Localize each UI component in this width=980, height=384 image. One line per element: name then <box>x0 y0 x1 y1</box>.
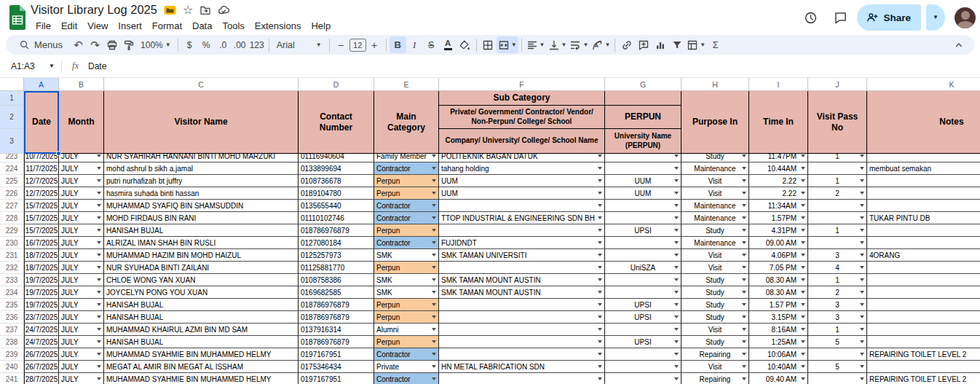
dropdown-icon[interactable] <box>801 365 805 368</box>
cell-visitor-name[interactable]: hasmira suhada binti hassan <box>104 187 299 200</box>
row-header-226[interactable]: 226 <box>0 187 24 200</box>
dropdown-icon[interactable] <box>674 316 679 318</box>
header-cell-g1[interactable] <box>605 91 681 106</box>
decrease-decimal-button[interactable]: .0 <box>215 36 232 53</box>
row-header-228[interactable]: 228 <box>0 212 24 224</box>
header-cell-sub-category[interactable]: Sub Category <box>439 91 605 106</box>
menu-help[interactable]: Help <box>306 19 336 33</box>
cell-visit-pass-no[interactable] <box>808 200 867 212</box>
dropdown-icon[interactable] <box>742 328 746 331</box>
column-header-D[interactable]: D <box>299 78 374 90</box>
cell-visitor-name[interactable]: MUHAMMAD SYAFIQ BIN SHAMSUDDIN <box>104 200 299 212</box>
cell-notes[interactable] <box>867 175 980 187</box>
dropdown-icon[interactable] <box>801 291 805 294</box>
cell-university[interactable] <box>605 162 681 175</box>
cell-contact-number[interactable]: 0108736678 <box>299 175 374 187</box>
dropdown-icon[interactable] <box>674 204 679 207</box>
dropdown-icon[interactable] <box>860 204 864 207</box>
cell-month[interactable]: JULY <box>59 224 104 237</box>
cell-notes[interactable] <box>867 286 980 299</box>
dropdown-icon[interactable] <box>598 167 602 170</box>
cell-notes[interactable] <box>867 224 980 237</box>
strikethrough-button[interactable]: S <box>423 36 440 53</box>
avatar[interactable] <box>955 7 976 28</box>
dropdown-icon[interactable] <box>801 254 805 256</box>
cell-purpose-in[interactable]: Visit <box>681 187 749 200</box>
document-title[interactable]: Visitor Library Log 2025 <box>31 3 157 17</box>
dropdown-icon[interactable] <box>801 179 805 182</box>
dropdown-icon[interactable] <box>674 216 679 219</box>
cell-visitor-name[interactable]: CHLOE WONG YAN XUAN <box>104 274 299 286</box>
menu-file[interactable]: File <box>31 19 56 33</box>
dropdown-icon[interactable] <box>860 278 864 281</box>
cell-purpose-in[interactable]: Study <box>681 336 749 348</box>
cell-visitor-name[interactable]: MEGAT AL AMIR BIN MEGAT AL ISSHAM <box>104 361 299 373</box>
dropdown-icon[interactable] <box>432 353 436 356</box>
row-header-225[interactable]: 225 <box>0 175 24 187</box>
header-cell-sub-category-type[interactable]: Private/ Government/ Contractor/ Vendor/… <box>439 106 605 129</box>
selection-fill-handle[interactable] <box>56 151 61 156</box>
cell-visit-pass-no[interactable]: 2 <box>808 187 867 200</box>
cell-month[interactable]: JULY <box>59 336 104 348</box>
cell-visit-pass-no[interactable] <box>808 237 867 249</box>
increase-font-size-button[interactable]: + <box>366 36 383 53</box>
dropdown-icon[interactable] <box>860 167 864 170</box>
row-header-241[interactable]: 241 <box>0 373 24 384</box>
dropdown-icon[interactable] <box>432 365 436 368</box>
cell-month[interactable]: JULY <box>59 262 104 274</box>
dropdown-icon[interactable] <box>742 365 746 368</box>
vertical-align-button[interactable]: ▼ <box>547 36 569 53</box>
cell-purpose-in[interactable]: Visit <box>681 262 749 274</box>
dropdown-icon[interactable] <box>742 377 746 380</box>
dropdown-icon[interactable] <box>598 229 602 232</box>
cell-date[interactable]: 24/7/2025 <box>24 324 59 336</box>
cell-sub-category[interactable]: POLITEKNIK BAGAN DATUK <box>439 154 605 162</box>
cell-university[interactable]: UPSI <box>605 299 681 311</box>
cell-visit-pass-no[interactable]: 1 <box>808 274 867 286</box>
cell-visit-pass-no[interactable]: 4 <box>808 262 867 274</box>
cell-time-in[interactable]: 4.06PM <box>749 249 808 262</box>
cell-university[interactable] <box>605 249 681 262</box>
cell-main-category[interactable]: Perpun <box>374 311 439 324</box>
create-filter-button[interactable] <box>668 36 685 53</box>
name-box[interactable]: A1:A3 ▼ <box>0 61 61 71</box>
row-header-223[interactable]: 223 <box>0 154 24 162</box>
table-views-button[interactable]: ▼ <box>685 36 707 53</box>
dropdown-icon[interactable] <box>432 154 436 157</box>
share-button[interactable]: Share <box>857 4 921 31</box>
cell-date[interactable]: 19/7/2025 <box>24 286 59 299</box>
horizontal-align-button[interactable]: ▼ <box>525 36 547 53</box>
header-cell-sub-category-name[interactable]: Company/ University/ College/ School Nam… <box>439 129 605 154</box>
cell-notes[interactable]: REPAIRING TOILET LEVEL 2 <box>867 348 980 361</box>
cell-purpose-in[interactable]: Maintenance <box>681 237 749 249</box>
cell-main-category[interactable]: Contractor <box>374 200 439 212</box>
row-header-227[interactable]: 227 <box>0 200 24 212</box>
cell-notes[interactable] <box>867 311 980 324</box>
cell-university[interactable]: UUM <box>605 187 681 200</box>
dropdown-icon[interactable] <box>598 340 602 343</box>
cell-visit-pass-no[interactable]: 5 <box>808 361 867 373</box>
star-icon[interactable]: ☆ <box>183 4 193 16</box>
cell-main-category[interactable]: Perpun <box>374 224 439 237</box>
cell-main-category[interactable]: Family Member <box>374 154 439 162</box>
cell-time-in[interactable]: 08.30 AM <box>749 274 808 286</box>
cell-university[interactable] <box>605 348 681 361</box>
dropdown-icon[interactable] <box>97 353 101 356</box>
header-cell-visit-pass-no[interactable]: Visit Pass No <box>808 91 867 154</box>
cell-purpose-in[interactable]: Maintenance <box>681 162 749 175</box>
cell-date[interactable]: 15/7/2025 <box>24 200 59 212</box>
dropdown-icon[interactable] <box>97 365 101 368</box>
dropdown-icon[interactable] <box>97 192 101 195</box>
cloud-status-icon[interactable] <box>218 4 230 16</box>
dropdown-icon[interactable] <box>674 303 679 306</box>
row-header-238[interactable]: 238 <box>0 336 24 348</box>
cell-sub-category[interactable] <box>439 262 605 274</box>
header-cell-contact-number[interactable]: Contact Number <box>299 91 374 154</box>
row-header-229[interactable]: 229 <box>0 224 24 237</box>
cell-main-category[interactable]: Perpun <box>374 336 439 348</box>
cell-visit-pass-no[interactable]: 3 <box>808 299 867 311</box>
row-header-3[interactable]: 3 <box>0 129 24 154</box>
cell-contact-number[interactable]: 018786976879 <box>299 299 374 311</box>
cell-contact-number[interactable]: 018786976879 <box>299 224 374 237</box>
column-header-F[interactable]: F <box>439 78 605 90</box>
